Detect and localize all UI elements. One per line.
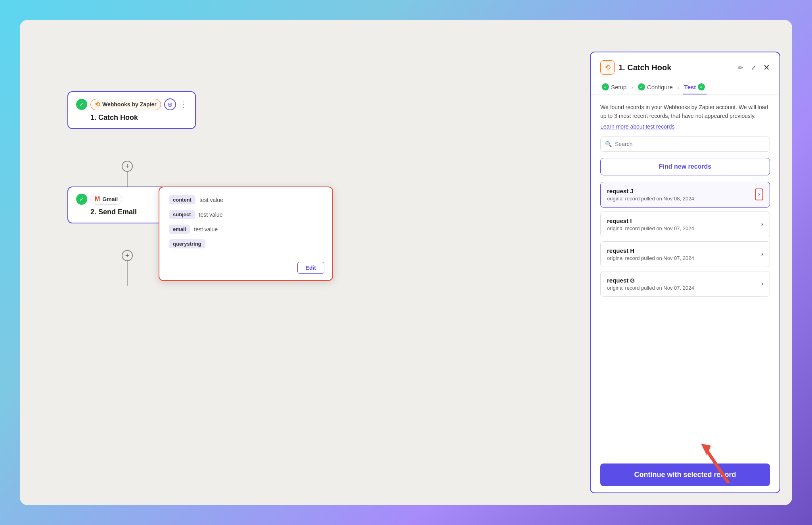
record-info-0: request J original record pulled on Nov … bbox=[607, 188, 694, 202]
tab-separator-1: › bbox=[631, 84, 633, 90]
gmail-icon: M bbox=[95, 196, 100, 203]
field-row-email: email test value bbox=[169, 225, 323, 234]
node2-title: 2. Send Email bbox=[90, 208, 170, 216]
tab-test-label: Test bbox=[684, 84, 696, 90]
node2-service-badge: M Gmail bbox=[90, 194, 122, 205]
record-item-2[interactable]: request H original record pulled on Nov … bbox=[600, 241, 770, 267]
node1-title: 1. Catch Hook bbox=[90, 113, 187, 122]
record-chevron-3: › bbox=[761, 280, 763, 287]
panel-header: ⟲ 1. Catch Hook ✏ ⤢ ✕ ✓ Setup › ✓ Config… bbox=[591, 52, 779, 95]
record-list: request J original record pulled on Nov … bbox=[600, 182, 770, 297]
record-info-2: request H original record pulled on Nov … bbox=[607, 247, 694, 261]
record-name-3: request G bbox=[607, 277, 694, 284]
continue-button[interactable]: Continue with selected record bbox=[600, 463, 770, 486]
right-panel: ⟲ 1. Catch Hook ✏ ⤢ ✕ ✓ Setup › ✓ Config… bbox=[590, 52, 780, 493]
edit-button[interactable]: Edit bbox=[297, 262, 324, 274]
red-arrow bbox=[697, 436, 737, 483]
tab-configure-label: Configure bbox=[647, 84, 673, 90]
record-date-1: original record pulled on Nov 07, 2024 bbox=[607, 225, 694, 231]
node1-action-icon: ⊕ bbox=[164, 98, 176, 110]
panel-description: We found records in your Webhooks by Zap… bbox=[600, 103, 770, 121]
panel-tabs: ✓ Setup › ✓ Configure › Test ✓ bbox=[600, 80, 770, 94]
tab-configure[interactable]: ✓ Configure bbox=[636, 80, 674, 94]
panel-edit-icon[interactable]: ✏ bbox=[738, 64, 743, 71]
field-row-subject: subject test value bbox=[169, 210, 323, 219]
field-value-content: test value bbox=[199, 197, 223, 203]
panel-title: 1. Catch Hook bbox=[619, 63, 734, 72]
tab-separator-2: › bbox=[678, 84, 680, 90]
panel-footer: Continue with selected record bbox=[591, 457, 779, 492]
record-item-3[interactable]: request G original record pulled on Nov … bbox=[600, 271, 770, 297]
main-container: ✓ ⟲ Webhooks by Zapier ⊕ ⋮ 1. Catch Hook… bbox=[20, 20, 792, 505]
record-info-1: request I original record pulled on Nov … bbox=[607, 217, 694, 231]
record-date-0: original record pulled on Nov 08, 2024 bbox=[607, 196, 694, 202]
field-row-content: content test value bbox=[169, 195, 323, 204]
panel-body: We found records in your Webhooks by Zap… bbox=[591, 95, 779, 457]
panel-close-icon[interactable]: ✕ bbox=[763, 63, 770, 72]
field-badge-content: content bbox=[169, 195, 195, 204]
plus-button-top[interactable]: + bbox=[122, 161, 133, 172]
search-icon: 🔍 bbox=[605, 141, 612, 147]
find-new-records-button[interactable]: Find new records bbox=[600, 158, 770, 175]
field-value-email: test value bbox=[194, 226, 218, 233]
learn-more-link[interactable]: Learn more about test records bbox=[600, 123, 675, 130]
plus-button-bottom[interactable]: + bbox=[122, 250, 133, 261]
record-name-2: request H bbox=[607, 247, 694, 254]
record-chevron-0: › bbox=[755, 188, 763, 200]
record-date-3: original record pulled on Nov 07, 2024 bbox=[607, 285, 694, 291]
popup-fields: content test value subject test value em… bbox=[159, 187, 332, 258]
record-info-3: request G original record pulled on Nov … bbox=[607, 277, 694, 291]
node2-service-name: Gmail bbox=[102, 196, 118, 202]
field-badge-email: email bbox=[169, 225, 190, 234]
popup-footer: Edit bbox=[159, 258, 332, 280]
tab-test-check: ✓ bbox=[698, 83, 705, 90]
search-container: 🔍 bbox=[600, 137, 770, 152]
panel-service-icon: ⟲ bbox=[600, 60, 615, 75]
record-chevron-2: › bbox=[761, 250, 763, 258]
node-catch-hook[interactable]: ✓ ⟲ Webhooks by Zapier ⊕ ⋮ 1. Catch Hook bbox=[67, 91, 196, 129]
record-chevron-1: › bbox=[761, 221, 763, 228]
field-row-querystring: querystring bbox=[169, 239, 323, 248]
tab-setup[interactable]: ✓ Setup bbox=[600, 80, 628, 94]
svg-line-0 bbox=[705, 448, 729, 483]
record-item-1[interactable]: request I original record pulled on Nov … bbox=[600, 212, 770, 237]
webhook-icon: ⟲ bbox=[95, 101, 100, 108]
node1-service-name: Webhooks by Zapier bbox=[102, 101, 157, 108]
tab-setup-check: ✓ bbox=[602, 83, 609, 90]
tab-test[interactable]: Test ✓ bbox=[683, 80, 707, 94]
panel-expand-icon[interactable]: ⤢ bbox=[751, 64, 756, 71]
search-input[interactable] bbox=[600, 137, 770, 152]
tab-configure-check: ✓ bbox=[638, 83, 645, 90]
node1-service-badge: ⟲ Webhooks by Zapier bbox=[90, 99, 161, 110]
record-name-1: request I bbox=[607, 217, 694, 224]
panel-title-row: ⟲ 1. Catch Hook ✏ ⤢ ✕ bbox=[600, 60, 770, 75]
popup-card: content test value subject test value em… bbox=[159, 187, 333, 281]
record-item-0[interactable]: request J original record pulled on Nov … bbox=[600, 182, 770, 208]
field-value-subject: test value bbox=[199, 212, 223, 218]
field-badge-querystring: querystring bbox=[169, 239, 205, 248]
field-badge-subject: subject bbox=[169, 210, 195, 219]
record-name-0: request J bbox=[607, 188, 694, 194]
node2-check-icon: ✓ bbox=[76, 194, 87, 205]
tab-setup-label: Setup bbox=[611, 84, 626, 90]
node1-menu-dots[interactable]: ⋮ bbox=[179, 100, 187, 109]
node1-check-icon: ✓ bbox=[76, 99, 87, 110]
record-date-2: original record pulled on Nov 07, 2024 bbox=[607, 255, 694, 261]
